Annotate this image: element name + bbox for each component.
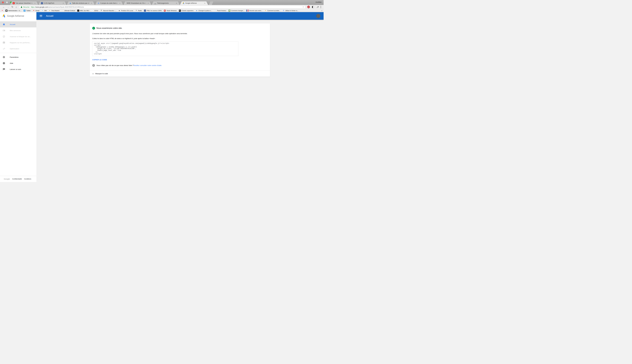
avatar[interactable]	[316, 14, 320, 18]
product-name: Google AdSense	[7, 15, 24, 17]
sidebar-footer: Google ConfidentialitéConditions	[0, 176, 36, 182]
diamond-icon: ◆	[69, 2, 71, 4]
tab-close-icon[interactable]: ×	[204, 2, 205, 4]
bookmark-radio[interactable]: ΨRadio	[135, 10, 142, 12]
hide-code-toggle[interactable]: Masquer le code	[92, 71, 267, 77]
sidebar-item-aide[interactable]: ?Aide	[0, 60, 36, 66]
help-row: ? Vous n'êtes pas sûr de ce que vous dev…	[92, 64, 267, 67]
tab-close-icon[interactable]: ×	[34, 2, 36, 4]
tab-title: À propos du code d'annonce a	[100, 2, 118, 4]
bookmark-comment-acceder[interactable]: ☀Comment accéder...	[264, 10, 280, 12]
footer-link-confidentialite[interactable]: Confidentialité	[12, 178, 22, 180]
tab-close-icon[interactable]: ×	[119, 2, 120, 4]
adsense-icon	[182, 2, 184, 4]
hamburger-menu-icon[interactable]	[40, 15, 42, 17]
sidebar-item-label: Rapports sur les performa...	[10, 42, 31, 44]
sidebar-item-parametres[interactable]: Paramètres	[0, 54, 36, 60]
google-icon: G	[98, 2, 100, 4]
bookmark-ultimate-goldust[interactable]: Ultimate Goldust	[62, 10, 75, 12]
tab-taille-des-ecritures-par-defau[interactable]: ◆Taille des écritures par défaut×	[67, 2, 95, 5]
tab-telechargements[interactable]: ↓Téléchargements×	[152, 2, 180, 5]
tab-close-icon[interactable]: ×	[63, 2, 64, 4]
copy-code-button[interactable]: COPIER LE CODE	[92, 59, 107, 61]
bookmark-om[interactable]: ΩOM	[42, 10, 47, 12]
tab-close-icon[interactable]: ×	[148, 2, 149, 4]
bookmarks-overflow-icon[interactable]: »	[321, 10, 322, 12]
tab-title: Taille des écritures par défaut	[72, 2, 90, 4]
app-grid-icon: ▦	[6, 10, 8, 12]
help-center-link[interactable]: Veuillez consulter notre centre d'aide.	[134, 64, 162, 66]
tab-a-propos-du-code-d-annonce-a[interactable]: GÀ propos du code d'annonce a×	[95, 2, 123, 5]
browser-window: Tuto astuce VoiceOver mac - Y×fS-OS-High…	[0, 0, 324, 182]
sidebar-item-rapports: Rapports sur les performa...	[0, 40, 36, 46]
hide-code-label: Masquer le code	[95, 73, 108, 74]
sidebar-menu: AccueilMes annoncesAutoriser et bloquer …	[0, 20, 36, 72]
bookmark-steph-windows[interactable]: MSteph Windows	[164, 10, 177, 12]
paste-instruction-text: Collez-le dans le code HTML de www.s-os-…	[92, 38, 267, 40]
block-icon	[3, 35, 5, 38]
home-button[interactable]: ⌂	[16, 6, 17, 8]
twitter-icon: t	[24, 10, 26, 12]
adblock-plus-icon[interactable]: ABP	[307, 6, 310, 8]
bookmark-twitter[interactable]: tTwitter	[24, 10, 30, 12]
report-icon	[3, 41, 5, 44]
ads-icon	[3, 29, 5, 32]
bookmark-comment-changer[interactable]: WComment changer...	[228, 10, 244, 12]
sidebar-item-laisser-avis[interactable]: Laisser un avis	[0, 66, 36, 72]
sidebar-item-autoriser-bloquer: Autoriser et bloquer les an...	[0, 34, 36, 40]
bookmark-label: Chants supporters	[182, 10, 194, 12]
bookmark-label: Administration - S-...	[8, 10, 21, 12]
bookmark-devenir-auto-entre[interactable]: Devenir auto-entre...	[246, 10, 262, 12]
bookmark-chants-supporters[interactable]: FCChants supporters	[179, 10, 194, 12]
bookmark-label: Ultimate Goldust	[64, 10, 75, 12]
tab-wwe-smackdown-du-3-fevrier[interactable]: WWE Smackdown du 3 fevrier×	[123, 2, 152, 5]
half-circle-extension-icon[interactable]	[312, 6, 314, 8]
chrome-profile-name[interactable]: Aurélien	[316, 1, 322, 3]
facebook-icon: f	[144, 10, 146, 12]
back-button[interactable]: ←	[3, 6, 5, 8]
bookmark-skyrock-klassiks[interactable]: T'Skyrock Klassiks -...	[100, 10, 116, 12]
bookmark-star-icon[interactable]: ☆	[302, 6, 304, 8]
tab-google-adsense[interactable]: Google AdSense×	[180, 2, 208, 5]
bookmark-label: Gmail	[36, 10, 39, 12]
window-titlebar: Tuto astuce VoiceOver mac - Y×fS-OS-High…	[0, 0, 324, 5]
bookmark-label: Devenir auto-entre...	[249, 10, 262, 12]
ad-code-box[interactable]: <script async src="//pagead2.googlesyndi…	[92, 42, 238, 56]
url-path: /adsense/new/u/0/pub-3928760576142106/ho…	[48, 6, 84, 8]
forward-button[interactable]: →	[7, 6, 9, 8]
sidebar-item-accueil[interactable]: Accueil	[0, 21, 36, 28]
tab-close-icon[interactable]: ×	[91, 2, 92, 4]
url-text: https://www.google.com/adsense/new/u/0/p…	[31, 6, 84, 8]
tab-title: Tuto astuce VoiceOver mac - Y	[16, 2, 34, 4]
bookmark-administration-s[interactable]: ▦Administration - S-...	[6, 10, 21, 12]
bookmark-rire-logo[interactable]: R	[1, 10, 3, 12]
sidebar-item-mes-annonces: Mes annonces	[0, 28, 36, 34]
reload-button[interactable]: ↻	[12, 6, 13, 8]
bookmark-label: Panel Hosteur	[217, 10, 226, 12]
bookmark-freebox-os-lucas[interactable]: ◆Freebox OS Lucas	[118, 10, 133, 12]
tab-tuto-astuce-voiceover-mac-y[interactable]: Tuto astuce VoiceOver mac - Y×	[10, 2, 38, 5]
bookmark-panel-hosteur[interactable]: ●Panel Hosteur	[214, 10, 226, 12]
footer-link-conditions[interactable]: Conditions	[24, 178, 31, 180]
security-label: Sécurisé	[23, 6, 30, 8]
freebox-icon: ◆	[118, 10, 120, 12]
bookmark-changer-la-police-s[interactable]: ◆Changer la police s...	[196, 10, 212, 12]
sidebar-item-label: Autoriser et bloquer les an...	[10, 36, 31, 38]
bookmark-mikl-sur-nrj[interactable]: ♪MIKL Sur NRJ	[77, 10, 89, 12]
chrome-menu-icon[interactable]	[320, 7, 321, 7]
bookmark-pblv-en-avance-100[interactable]: fPBLV en avance 100%	[144, 10, 162, 12]
fc-icon: FC	[179, 10, 181, 12]
adsense-app: Google AdSense AccueilMes annoncesAutori…	[0, 12, 324, 182]
molecule-extension-icon[interactable]	[316, 6, 319, 8]
bookmark-utiliser-le-fichier-ro[interactable]: GUtiliser le fichier ro...	[282, 10, 298, 12]
home-icon	[3, 23, 5, 26]
tab-close-icon[interactable]: ×	[176, 2, 177, 4]
address-bar[interactable]: Sécurisé https://www.google.com/adsense/…	[19, 6, 306, 8]
bookmark-real-madrid[interactable]: ♛Real Madrid	[49, 10, 60, 12]
youtube-icon	[13, 2, 15, 4]
google-g-icon: G	[282, 10, 284, 12]
bookmark-cesu[interactable]: ✓CESU	[92, 10, 98, 12]
blank-icon	[62, 10, 64, 12]
tab-s-os-hightech[interactable]: fS-OS-HighTech×	[38, 2, 66, 5]
bookmark-gmail[interactable]: MGmail	[33, 10, 39, 12]
